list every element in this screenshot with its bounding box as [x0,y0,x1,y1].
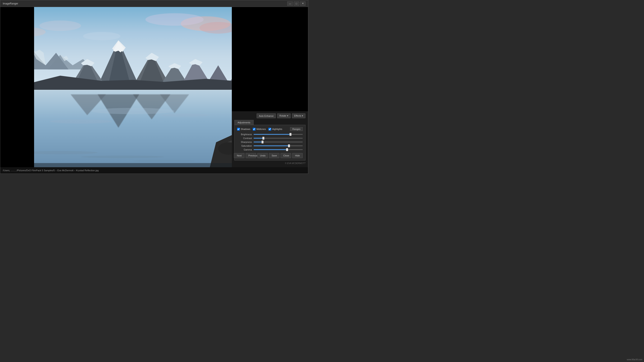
auto-enhance-button[interactable]: Auto Enhance [256,113,276,118]
close-window-button[interactable]: ✕ [300,2,306,6]
sharpness-slider-row: Sharpness [237,141,303,143]
saturation-label: Saturation [237,144,254,147]
main-window: ImageRanger — □ ✕ [0,0,308,174]
undo-button[interactable]: Undo [257,153,268,158]
left-panel [0,7,34,167]
right-panel: Auto Enhance Rotate ▾ Effects ▾ Adjustme… [232,7,308,167]
svg-point-41 [81,155,164,158]
contrast-slider[interactable] [254,138,303,139]
file-path: /Users, ........./Pictures/DxO FilmPack … [3,169,99,172]
midtones-checkbox-label[interactable]: Midtones [253,128,266,131]
svg-point-36 [160,114,210,117]
minimize-button[interactable]: — [287,2,293,6]
adjustments-tab[interactable]: Adjustments [234,120,254,125]
adjustments-panel: Shadows Midtones Highlights Ranges [234,125,306,160]
shadows-checkbox-label[interactable]: Shadows [237,128,250,131]
midtones-label: Midtones [256,128,266,130]
ranges-button[interactable]: Ranges [290,127,303,131]
svg-point-42 [133,160,196,162]
brightness-slider-row: Brightness [237,133,303,136]
highlights-checkbox[interactable] [268,128,271,131]
svg-point-34 [92,108,175,114]
action-row: Next Previous Undo Save Close Hide [237,153,303,158]
midtones-checkbox[interactable] [253,128,256,131]
shadows-label: Shadows [241,128,250,130]
svg-rect-33 [34,90,232,91]
brightness-slider[interactable] [254,134,303,135]
titlebar: ImageRanger — □ ✕ [0,0,308,7]
contrast-slider-row: Contrast [237,137,303,139]
right-panel-image-area [232,7,308,111]
saturation-slider-row: Saturation [237,144,303,147]
gamma-slider[interactable] [254,149,303,150]
controls-panel: Auto Enhance Rotate ▾ Effects ▾ Adjustme… [232,111,308,167]
image-area[interactable] [34,7,232,167]
content-area: Auto Enhance Rotate ▾ Effects ▾ Adjustme… [0,7,308,167]
hide-button[interactable]: Hide [292,153,303,158]
previous-button[interactable]: Previous [246,153,256,158]
mountain-image [34,7,232,167]
status-bar: /Users, ........./Pictures/DxO FilmPack … [0,167,308,173]
shadows-checkbox[interactable] [237,128,240,131]
sharpness-slider[interactable] [254,142,303,142]
svg-point-5 [146,13,204,26]
photo-credit: © EVA MCDERMOTT [285,162,306,164]
saturation-slider[interactable] [254,145,303,146]
svg-point-35 [50,119,112,124]
gamma-label: Gamma [237,148,254,151]
highlights-checkbox-label[interactable]: Highlights [268,128,282,131]
rotate-button[interactable]: Rotate ▾ [277,113,290,118]
maximize-button[interactable]: □ [294,2,299,6]
svg-point-6 [83,32,120,40]
next-button[interactable]: Next [234,153,244,158]
brightness-label: Brightness [237,133,254,136]
titlebar-controls: — □ ✕ [287,2,306,6]
svg-point-4 [40,21,81,31]
effects-button[interactable]: Effects ▾ [292,113,306,118]
toolbar-row: Auto Enhance Rotate ▾ Effects ▾ [234,113,306,118]
window-title: ImageRanger [3,2,287,5]
checkboxes-row: Shadows Midtones Highlights Ranges [237,127,303,131]
highlights-label: Highlights [272,128,282,130]
sharpness-label: Sharpness [237,141,254,143]
close-button[interactable]: Close [280,153,291,158]
svg-rect-43 [34,163,232,167]
contrast-label: Contrast [237,137,254,139]
save-button[interactable]: Save [269,153,280,158]
gamma-slider-row: Gamma [237,148,303,151]
